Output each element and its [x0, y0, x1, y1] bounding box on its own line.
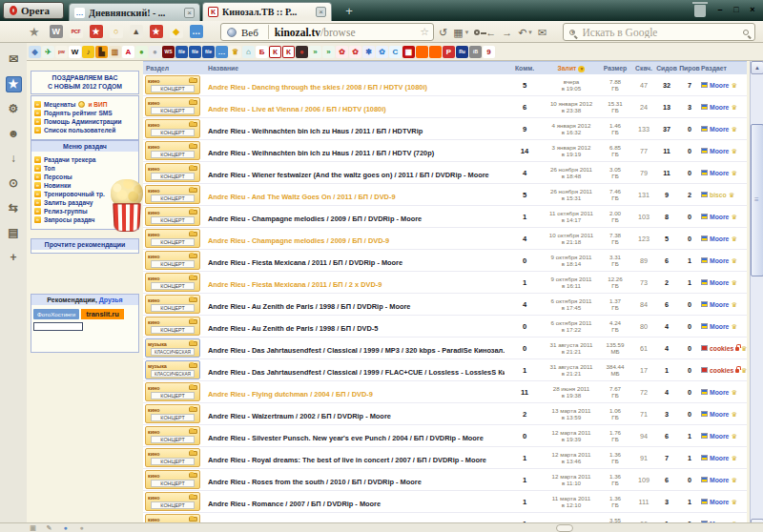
paw-favicon[interactable]: ●: [296, 46, 308, 58]
arrows-favicon[interactable]: »: [322, 46, 335, 58]
wiki-favicon[interactable]: W: [50, 25, 63, 38]
sidebar-link[interactable]: » Помощь Администрации: [34, 118, 136, 125]
pdf-favicon[interactable]: PCF: [70, 25, 83, 38]
rewind-caret-icon[interactable]: ▾: [528, 29, 532, 36]
kinozal-favicon[interactable]: К: [269, 46, 281, 58]
links-icon[interactable]: ⇆: [6, 200, 22, 216]
wikipedia-favicon[interactable]: W: [69, 46, 81, 58]
music-favicon[interactable]: ♪: [82, 46, 94, 58]
maximize-button[interactable]: □: [730, 3, 743, 16]
torrent-title-link[interactable]: Andre Rieu - Weihnachten bin ich zu Haus…: [208, 127, 423, 135]
reload-button[interactable]: ↺: [439, 24, 447, 41]
images-button[interactable]: ▦: [453, 24, 463, 41]
flower-favicon[interactable]: ✿: [349, 46, 361, 58]
file-favicon[interactable]: file: [202, 46, 215, 58]
torrent-title-link[interactable]: Andre Rieu - Dancing through the skies /…: [208, 83, 427, 92]
star-burst-favicon[interactable]: ✱: [362, 46, 375, 58]
bookmark-page-star-icon[interactable]: ☆: [420, 26, 429, 38]
bookmark-star-icon[interactable]: ★: [29, 25, 40, 39]
new-tab-button[interactable]: +: [339, 4, 360, 19]
pen-icon[interactable]: ✎: [45, 523, 53, 532]
uploader-link[interactable]: Moore: [710, 389, 729, 396]
crown-favicon[interactable]: ♛: [229, 46, 241, 58]
header-uploader[interactable]: Раздает: [701, 65, 747, 72]
orange-favicon[interactable]: ■: [416, 46, 428, 58]
widgets-icon[interactable]: ⚙: [6, 101, 22, 117]
downloads-icon[interactable]: ↓: [6, 151, 22, 167]
category-cell[interactable]: кино КОНЦЕРТ: [143, 514, 202, 522]
mountain-favicon[interactable]: ▲: [130, 25, 143, 38]
mail-button[interactable]: ✉: [538, 24, 546, 41]
category-cell[interactable]: кино КОНЦЕРТ: [143, 163, 202, 182]
plane-favicon[interactable]: ✈: [42, 46, 54, 58]
header-downloads[interactable]: Скач.: [632, 65, 655, 72]
uploader-link[interactable]: Moore: [710, 104, 729, 111]
ws-favicon[interactable]: WS: [162, 46, 175, 58]
uploader-link[interactable]: Moore: [710, 279, 729, 286]
tab-dnevnyansky[interactable]: … Дневнянский! - ... ×: [69, 3, 200, 21]
nine-favicon[interactable]: 9: [483, 46, 495, 58]
torrent-title-link[interactable]: Andre Rieu - Fiesta Mexicana / 2011 / БП…: [208, 280, 382, 289]
torrent-title-link[interactable]: Andre Rieu - Fiesta Mexicana / 2011 / БП…: [208, 258, 402, 267]
uploader-link[interactable]: Moore: [710, 499, 729, 505]
category-cell[interactable]: кино КОНЦЕРТ: [143, 229, 202, 248]
header-name[interactable]: Название: [202, 65, 505, 72]
uploader-link[interactable]: Moore: [710, 455, 729, 461]
category-cell[interactable]: музыка КЛАССИЧЕСКАЯ: [143, 338, 202, 358]
sphere-favicon[interactable]: ◆: [29, 46, 41, 58]
torrent-title-link[interactable]: Andre Rieu - Champagne melodies / 2009 /…: [208, 215, 422, 223]
arrows-favicon[interactable]: »: [309, 46, 321, 58]
header-comments[interactable]: Комм.: [505, 65, 545, 72]
torrent-title-link[interactable]: Andre Rieu - Romance / 2007 / БП / DVDRi…: [208, 500, 381, 508]
category-cell[interactable]: кино КОНЦЕРТ: [143, 404, 202, 423]
orange-favicon[interactable]: ■: [429, 46, 442, 58]
notes-icon[interactable]: ▤: [6, 225, 22, 241]
close-button[interactable]: ×: [746, 3, 759, 16]
uploader-link[interactable]: Moore: [710, 126, 729, 133]
butterfly-favicon[interactable]: ✿: [376, 46, 388, 58]
uploader-link[interactable]: Moore: [710, 301, 729, 308]
torrent-title-link[interactable]: Andre Rieu - Das Jahrtausendfest / Class…: [208, 346, 505, 355]
sidebar-link[interactable]: » Меценаты и ВИП: [34, 101, 136, 108]
category-cell[interactable]: кино КОНЦЕРТ: [143, 97, 202, 116]
category-cell[interactable]: кино КОНЦЕРТ: [143, 426, 202, 445]
sidebar-link[interactable]: » Поднять рейтинг SMS: [34, 110, 136, 116]
chat-favicon[interactable]: …: [216, 46, 228, 58]
panel-handle[interactable]: [556, 524, 573, 532]
sidebar-link[interactable]: » Раздачи трекера: [34, 156, 136, 163]
translit-input[interactable]: [33, 322, 83, 331]
category-cell[interactable]: кино КОНЦЕРТ: [143, 273, 202, 292]
torrent-title-link[interactable]: Andre Rieu - And The Waltz Goes On / 201…: [208, 193, 396, 201]
tab-close-icon[interactable]: ×: [184, 8, 195, 18]
opera-menu-button[interactable]: Opera: [3, 2, 64, 19]
banner-favicon[interactable]: ▦: [402, 46, 415, 58]
torrent-title-link[interactable]: Andre Rieu - Roses from the south / 2010…: [208, 478, 422, 486]
file-favicon[interactable]: file: [175, 46, 188, 58]
closed-tabs-trash-icon[interactable]: [694, 5, 706, 17]
scrollbar-thumb[interactable]: ≡: [751, 124, 763, 276]
translit-button[interactable]: translit.ru: [81, 309, 124, 319]
home-favicon[interactable]: ⌂: [242, 46, 255, 58]
uploader-link[interactable]: Moore: [710, 257, 729, 264]
category-cell[interactable]: кино КОНЦЕРТ: [143, 141, 202, 160]
header-category[interactable]: Раздел: [143, 65, 202, 72]
swirl-favicon[interactable]: C: [389, 46, 402, 58]
friends-link[interactable]: Друзья: [99, 297, 123, 303]
gift-favicon[interactable]: ▥: [109, 46, 121, 58]
ru-favicon[interactable]: Ru: [456, 46, 468, 58]
category-cell[interactable]: кино КОНЦЕРТ: [143, 207, 202, 226]
header-size[interactable]: Размер: [598, 65, 632, 72]
apple-favicon[interactable]: ●: [135, 46, 148, 58]
torrent-title-link[interactable]: Andre Rieu - Weihnachten bin ich zu Haus…: [208, 149, 434, 157]
rewind-button[interactable]: ↶: [518, 24, 526, 41]
photo-hosting-button[interactable]: ФотоХостинги: [33, 309, 79, 319]
kinozal-favicon[interactable]: К: [282, 46, 295, 58]
images-caret-icon[interactable]: ▾: [465, 29, 469, 36]
panel-toggle-icon[interactable]: ▣: [29, 523, 37, 532]
add-panel-icon[interactable]: +: [6, 250, 22, 266]
search-go-icon[interactable]: [743, 30, 749, 35]
category-cell[interactable]: музыка КЛАССИЧЕСКАЯ: [143, 360, 202, 379]
tab-kinozal[interactable]: К Кинозал.ТВ :: Р... ×: [202, 2, 332, 21]
category-cell[interactable]: кино КОНЦЕРТ: [143, 317, 202, 336]
uploader-link[interactable]: Moore: [710, 214, 729, 220]
